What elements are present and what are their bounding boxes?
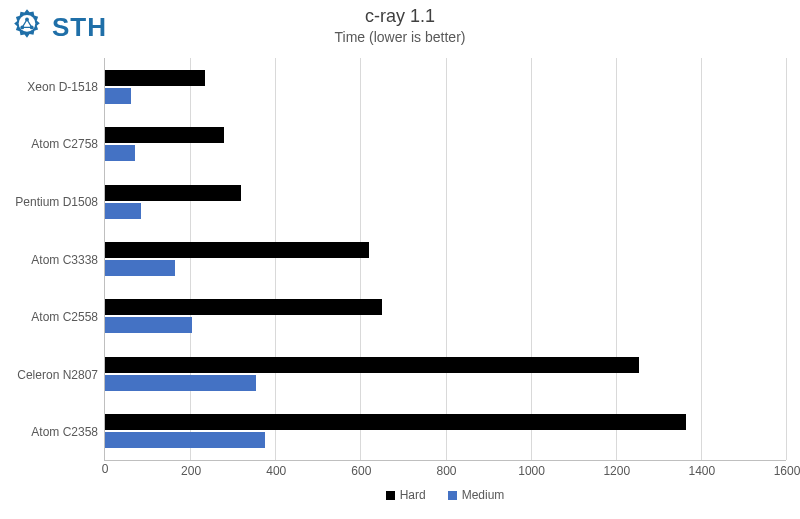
bar-hard bbox=[105, 357, 639, 373]
legend-item-medium: Medium bbox=[448, 488, 505, 502]
bar-hard bbox=[105, 242, 369, 258]
x-tick-label: 1200 bbox=[603, 464, 630, 478]
x-tick-label: 1400 bbox=[689, 464, 716, 478]
x-tick-label: 800 bbox=[436, 464, 456, 478]
y-axis-label: Celeron N2807 bbox=[17, 368, 98, 382]
bar-group bbox=[105, 299, 786, 333]
y-axis-label: Atom C2758 bbox=[31, 137, 98, 151]
chart-title: c-ray 1.1 bbox=[0, 6, 800, 27]
bar-group bbox=[105, 242, 786, 276]
bar-medium bbox=[105, 375, 256, 391]
y-axis-labels: Xeon D-1518Atom C2758Pentium D1508Atom C… bbox=[14, 58, 104, 461]
bar-hard bbox=[105, 185, 241, 201]
bar-medium bbox=[105, 88, 131, 104]
bar-group bbox=[105, 414, 786, 448]
bar-group bbox=[105, 185, 786, 219]
x-tick-label: 0 bbox=[102, 462, 109, 476]
square-icon bbox=[448, 491, 457, 500]
y-axis-label: Xeon D-1518 bbox=[27, 80, 98, 94]
y-axis-label: Atom C2358 bbox=[31, 425, 98, 439]
x-tick-label: 400 bbox=[266, 464, 286, 478]
y-axis-label: Pentium D1508 bbox=[15, 195, 98, 209]
grid-line: 1600 bbox=[786, 58, 787, 460]
x-tick-label: 1000 bbox=[518, 464, 545, 478]
bar-medium bbox=[105, 203, 141, 219]
x-tick-label: 1600 bbox=[774, 464, 800, 478]
legend-item-hard: Hard bbox=[386, 488, 426, 502]
bar-medium bbox=[105, 317, 192, 333]
chart-subtitle: Time (lower is better) bbox=[0, 29, 800, 45]
bar-group bbox=[105, 127, 786, 161]
plot-area: Xeon D-1518Atom C2758Pentium D1508Atom C… bbox=[14, 58, 786, 505]
legend: Hard Medium bbox=[104, 485, 786, 505]
bar-medium bbox=[105, 260, 175, 276]
chart-plot: 0 2004006008001000120014001600 bbox=[104, 58, 786, 461]
bar-hard bbox=[105, 70, 205, 86]
y-axis-label: Atom C2558 bbox=[31, 310, 98, 324]
square-icon bbox=[386, 491, 395, 500]
legend-label: Medium bbox=[462, 488, 505, 502]
bar-hard bbox=[105, 414, 686, 430]
x-tick-label: 600 bbox=[351, 464, 371, 478]
bar-medium bbox=[105, 432, 265, 448]
legend-label: Hard bbox=[400, 488, 426, 502]
y-axis-label: Atom C3338 bbox=[31, 253, 98, 267]
chart-titles: c-ray 1.1 Time (lower is better) bbox=[0, 6, 800, 45]
bar-hard bbox=[105, 127, 224, 143]
bar-hard bbox=[105, 299, 382, 315]
x-tick-label: 200 bbox=[181, 464, 201, 478]
bar-medium bbox=[105, 145, 135, 161]
bar-group bbox=[105, 70, 786, 104]
bar-group bbox=[105, 357, 786, 391]
